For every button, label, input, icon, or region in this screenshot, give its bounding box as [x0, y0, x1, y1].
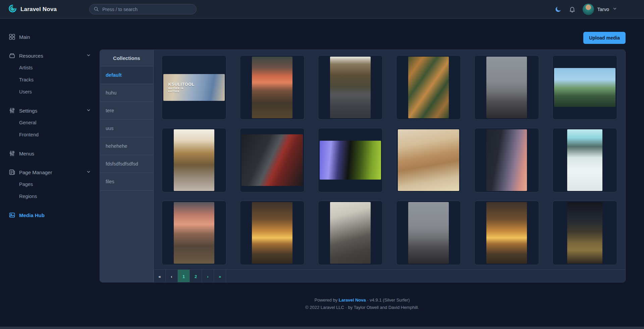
page-actions: Upload media — [100, 32, 626, 44]
media-thumbnail-telescope-paris[interactable] — [474, 55, 539, 120]
collection-item-files[interactable]: files — [100, 173, 153, 191]
sidebar-item-label: Menus — [19, 151, 34, 156]
brand[interactable]: Laravel Nova — [0, 4, 89, 14]
footer: Powered by Laravel Nova · v4.9.1 (Silver… — [100, 297, 625, 311]
notifications-button[interactable] — [569, 6, 576, 13]
media-image-autumn-forest-aerial — [408, 57, 448, 118]
collections-title: Collections — [100, 50, 153, 66]
footer-powered-line: Powered by Laravel Nova · v4.9.1 (Silver… — [100, 297, 625, 304]
media-image-sunset-rocks-2 — [174, 202, 214, 264]
sidebar-item-settings[interactable]: Settings — [8, 105, 94, 117]
topbar-actions: Tarvo — [554, 4, 644, 15]
media-thumbnail-autumn-path[interactable] — [162, 128, 226, 192]
collection-item-default[interactable]: default — [100, 66, 153, 84]
user-menu[interactable]: Tarvo — [583, 4, 617, 15]
collections-panel: Collections defaulthuhutereuushehehehefd… — [100, 50, 154, 282]
collection-item-tere[interactable]: tere — [100, 102, 153, 120]
horizontal-scrollbar[interactable] — [0, 327, 644, 329]
bell-icon — [569, 6, 576, 13]
sidebar-item-media-hub[interactable]: Media Hub — [8, 209, 94, 221]
pagination: «‹12›» — [154, 269, 625, 282]
search-bar — [89, 4, 197, 14]
sidebar-item-main[interactable]: Main — [8, 31, 94, 43]
collection-item-uus[interactable]: uus — [100, 120, 153, 137]
topbar: Laravel Nova Tarvo — [0, 0, 644, 19]
sidebar-item-general[interactable]: General — [8, 117, 94, 129]
pages-icon — [8, 168, 16, 176]
media-thumbnail-redwood-road[interactable] — [318, 55, 383, 120]
media-image-supertree-grove — [554, 68, 615, 107]
media-thumbnail-drone-sunset[interactable] — [240, 201, 305, 265]
sidebar-item-regions[interactable]: Regions — [8, 190, 94, 202]
chevron-down-icon — [612, 6, 617, 12]
sidebar-item-label: Media Hub — [19, 212, 45, 218]
media-image-sunset-rocks — [252, 57, 292, 118]
main-content: Upload media Collections defaulthuhutere… — [100, 19, 644, 329]
media-image-night-traffic — [567, 202, 602, 264]
footer-copyright: © 2022 Laravel LLC · by Taylor Otwell an… — [100, 304, 625, 311]
sidebar-item-tracks[interactable]: Tracks — [8, 74, 94, 86]
sidebar-item-frontend[interactable]: Frontend — [8, 129, 94, 141]
sidebar: MainResourcesArtistsTracksUsersSettingsG… — [0, 19, 100, 329]
sidebar-item-users[interactable]: Users — [8, 86, 94, 98]
pagination-last[interactable]: » — [214, 270, 226, 282]
chevron-down-icon — [86, 53, 91, 59]
media-image-redwood-road — [330, 57, 370, 118]
pagination-first[interactable]: « — [154, 270, 166, 282]
sidebar-item-pages[interactable]: Pages — [8, 178, 94, 190]
media-thumbnail-sunset-rocks[interactable] — [240, 55, 305, 120]
search-icon — [93, 6, 99, 13]
media-image-drone-sunset — [252, 202, 292, 264]
media-thumbnail-cinema-camera[interactable] — [240, 128, 305, 192]
media-thumbnail-sunset-rocks-2[interactable] — [162, 201, 226, 265]
media-area: KSÜLITOOLMAITSEB JAKAITSEB «‹12›» — [154, 50, 625, 282]
search-input[interactable] — [89, 4, 197, 14]
media-image-hooded-person — [398, 129, 459, 191]
media-image-telescope-paris — [486, 57, 527, 118]
media-thumbnail-supertree-grove[interactable] — [552, 55, 617, 120]
upload-media-button[interactable]: Upload media — [583, 32, 626, 44]
media-thumbnail-telescope-paris-2[interactable] — [396, 201, 461, 265]
media-thumbnail-child-banner[interactable]: KSÜLITOOLMAITSEB JAKAITSEB — [162, 55, 226, 120]
media-thumbnail-jellyfish[interactable] — [318, 128, 383, 192]
theme-toggle-button[interactable] — [554, 6, 562, 13]
media-thumbnail-autumn-forest-aerial[interactable] — [396, 55, 461, 120]
collection-item-hehehehe[interactable]: hehehehe — [100, 137, 153, 155]
sliders-icon — [8, 107, 16, 115]
media-image-child-banner: KSÜLITOOLMAITSEB JAKAITSEB — [163, 74, 225, 101]
pagination-page-1[interactable]: 1 — [178, 270, 190, 282]
sidebar-item-label: Main — [19, 34, 30, 40]
media-image-lantern-sunset — [486, 129, 527, 191]
media-image-jellyfish — [320, 141, 381, 180]
media-image-autumn-path — [174, 129, 214, 191]
sidebar-item-label: Resources — [19, 53, 43, 59]
sidebar-item-label: Settings — [19, 108, 37, 114]
media-image-telescope-paris-2 — [408, 202, 448, 264]
pagination-next[interactable]: › — [202, 270, 214, 282]
sidebar-item-page-manager[interactable]: Page Manager — [8, 166, 94, 178]
pagination-previous[interactable]: ‹ — [166, 270, 178, 282]
moon-icon — [554, 6, 562, 13]
collection-item-huhu[interactable]: huhu — [100, 84, 153, 102]
media-image-snowy-road — [567, 129, 602, 191]
media-thumbnail-hooded-person[interactable] — [396, 128, 461, 192]
sidebar-item-artists[interactable]: Artists — [8, 62, 94, 74]
media-thumbnail-street-crossing[interactable] — [318, 201, 383, 265]
sidebar-item-resources[interactable]: Resources — [8, 50, 94, 62]
media-overlay-text: KSÜLITOOLMAITSEB JAKAITSEB — [168, 82, 194, 93]
chevron-down-icon — [86, 170, 91, 175]
media-thumbnail-snowy-road[interactable] — [552, 128, 617, 192]
media-thumbnail-night-traffic[interactable] — [552, 201, 617, 265]
footer-brand-link[interactable]: Laravel Nova — [339, 298, 366, 303]
brand-title: Laravel Nova — [20, 6, 57, 13]
sidebar-item-menus[interactable]: Menus — [8, 147, 94, 159]
pagination-page-2[interactable]: 2 — [190, 270, 202, 282]
chevron-down-icon — [86, 108, 91, 114]
avatar — [583, 4, 594, 15]
media-thumbnail-lantern-sunset[interactable] — [474, 128, 539, 192]
collections-list: defaulthuhutereuushehehehefdsfsdfsdfsdfs… — [100, 66, 153, 191]
image-icon — [8, 211, 16, 219]
media-thumbnail-drone-sunset-2[interactable] — [474, 201, 539, 265]
collection-item-fdsfsdfsdfsdfsd[interactable]: fdsfsdfsdfsdfsd — [100, 155, 153, 173]
media-image-drone-sunset-2 — [486, 202, 527, 264]
